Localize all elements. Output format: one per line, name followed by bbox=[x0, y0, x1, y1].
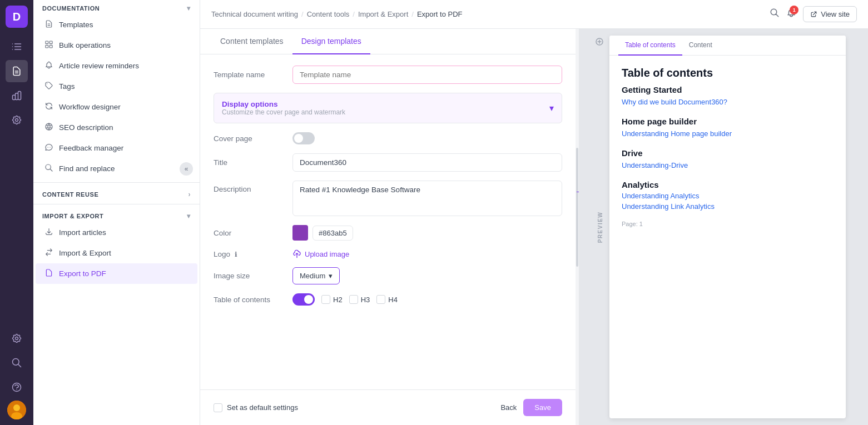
user-avatar[interactable] bbox=[7, 401, 26, 419]
toc-toggle[interactable] bbox=[292, 293, 315, 306]
sidebar-item-findreplace-label: Find and replace bbox=[59, 164, 115, 173]
tab-design-templates[interactable]: Design templates bbox=[292, 29, 370, 54]
form-panel: Content templates Design templates Templ… bbox=[200, 29, 576, 425]
preview-section-3: Analytics Understanding Analytics Unders… bbox=[622, 180, 834, 211]
breadcrumb-item-2[interactable]: Content tools bbox=[307, 10, 350, 18]
preview-link-0[interactable]: Why did we build Document360? bbox=[622, 98, 727, 106]
preview-section-2: Drive Understanding-Drive bbox=[622, 148, 834, 170]
logo-info-icon[interactable]: ℹ bbox=[235, 251, 237, 258]
preview-section-title-3: Analytics bbox=[622, 180, 834, 189]
sidebar-item-findreplace[interactable]: Find and replace « bbox=[36, 158, 197, 179]
back-button[interactable]: Back bbox=[500, 403, 517, 412]
sidebar-item-bulk[interactable]: Bulk operations bbox=[36, 35, 197, 56]
dropdown-chevron: ▾ bbox=[329, 272, 333, 280]
toc-h2-checkbox[interactable] bbox=[321, 295, 330, 304]
color-swatch[interactable] bbox=[292, 225, 308, 241]
toc-h3-checkbox[interactable] bbox=[349, 295, 358, 304]
svg-rect-3 bbox=[46, 41, 48, 44]
sidebar-item-feedback[interactable]: Feedback manager bbox=[36, 138, 197, 158]
color-hex-value[interactable]: #863ab5 bbox=[313, 226, 353, 241]
nav-docs[interactable] bbox=[6, 60, 28, 82]
divider-1 bbox=[33, 182, 200, 183]
nav-help[interactable] bbox=[6, 376, 28, 398]
template-name-input[interactable] bbox=[292, 66, 562, 84]
preview-section-title-1: Home page builder bbox=[622, 117, 834, 126]
color-group: Color #863ab5 bbox=[214, 225, 562, 241]
sidebar-item-import-articles-label: Import articles bbox=[59, 228, 106, 237]
bulk-icon bbox=[44, 40, 53, 51]
notification-count: 1 bbox=[790, 6, 798, 14]
default-settings-checkbox[interactable] bbox=[214, 403, 222, 412]
nav-settings[interactable] bbox=[6, 327, 28, 349]
view-site-button[interactable]: View site bbox=[803, 6, 857, 22]
preview-page-number: Page: 1 bbox=[622, 221, 834, 227]
sidebar-item-review[interactable]: Article review reminders bbox=[36, 56, 197, 76]
sidebar-item-workflow[interactable]: Workflow designer bbox=[36, 97, 197, 117]
tab-content-templates[interactable]: Content templates bbox=[211, 29, 292, 54]
workflow-icon bbox=[44, 102, 53, 112]
preview-zoom-icon[interactable] bbox=[594, 37, 604, 49]
breadcrumb-item-3[interactable]: Import & Export bbox=[358, 10, 408, 18]
nav-tools[interactable] bbox=[6, 109, 28, 131]
sidebar-item-seo-label: SEO description bbox=[59, 123, 113, 132]
sidebar-item-import-articles[interactable]: Import articles bbox=[36, 222, 197, 243]
sidebar-item-export-pdf[interactable]: Export to PDF bbox=[36, 263, 197, 284]
description-input[interactable]: Rated #1 Knowledge Base Software bbox=[292, 181, 562, 216]
import-export-collapse[interactable]: ▾ bbox=[187, 212, 191, 220]
breadcrumb-sep-2: / bbox=[353, 10, 355, 18]
save-button[interactable]: Save bbox=[523, 399, 562, 416]
preview-link-2[interactable]: Understanding-Drive bbox=[622, 161, 688, 169]
notification-bell[interactable]: 1 bbox=[786, 8, 796, 21]
main-area: Technical document writing / Content too… bbox=[200, 0, 868, 425]
content-reuse-collapse[interactable]: › bbox=[188, 191, 191, 198]
image-size-dropdown[interactable]: Medium ▾ bbox=[292, 267, 340, 284]
cover-page-label: Cover page bbox=[214, 134, 286, 143]
preview-main-title: Table of contents bbox=[622, 67, 834, 79]
sidebar-item-seo[interactable]: SEO description bbox=[36, 117, 197, 138]
preview-tab-content[interactable]: Content bbox=[682, 36, 719, 56]
scrollbar-thumb[interactable] bbox=[576, 148, 578, 267]
description-label: Description bbox=[214, 181, 286, 193]
breadcrumb-item-1[interactable]: Technical document writing bbox=[211, 10, 298, 18]
doc-section-collapse[interactable]: ▾ bbox=[187, 4, 191, 12]
nav-analytics[interactable] bbox=[6, 84, 28, 107]
icon-bar: D bbox=[0, 0, 33, 425]
action-buttons: Back Save bbox=[500, 399, 562, 416]
sidebar-item-review-label: Article review reminders bbox=[59, 62, 139, 70]
sidebar-item-templates[interactable]: Templates bbox=[36, 14, 197, 35]
preview-link-3a[interactable]: Understanding Analytics bbox=[622, 192, 834, 200]
logo-label: Logo ℹ bbox=[214, 250, 286, 258]
toc-h4-checkbox[interactable] bbox=[376, 295, 385, 304]
sidebar-item-import-export-label: Import & Export bbox=[59, 249, 111, 257]
nav-library[interactable] bbox=[6, 36, 28, 58]
template-name-label: Template name bbox=[214, 71, 286, 79]
template-name-group: Template name bbox=[214, 66, 562, 84]
sidebar-item-import-export[interactable]: Import & Export bbox=[36, 243, 197, 263]
import-export-title: IMPORT & EXPORT ▾ bbox=[33, 208, 200, 222]
nav-search[interactable] bbox=[6, 352, 28, 374]
title-input[interactable] bbox=[292, 153, 562, 172]
app-logo[interactable]: D bbox=[6, 6, 28, 28]
preview-link-1[interactable]: Understanding Home page builder bbox=[622, 129, 732, 138]
display-options-header[interactable]: Display options Customize the cover page… bbox=[214, 93, 562, 123]
preview-link-3b[interactable]: Understanding Link Analytics bbox=[622, 202, 834, 211]
toc-h3-item: H3 bbox=[349, 295, 370, 304]
sidebar-item-tags[interactable]: Tags bbox=[36, 76, 197, 97]
content-area: Content templates Design templates Templ… bbox=[200, 29, 868, 425]
display-options-chevron: ▾ bbox=[549, 103, 554, 113]
form-content: Template name Display options Customize … bbox=[200, 54, 576, 389]
display-options-title: Display options bbox=[222, 100, 345, 108]
preview-card: Table of contents Content Table of conte… bbox=[609, 36, 846, 418]
cover-page-toggle[interactable] bbox=[292, 132, 315, 144]
preview-content: Table of contents Getting Started Why di… bbox=[609, 56, 846, 418]
breadcrumb-sep-1: / bbox=[301, 10, 304, 18]
sidebar-collapse-btn[interactable]: « bbox=[180, 162, 193, 176]
upload-btn[interactable]: Upload image bbox=[292, 249, 349, 258]
search-icon[interactable] bbox=[770, 8, 780, 21]
tabs: Content templates Design templates bbox=[200, 29, 576, 54]
title-label: Title bbox=[214, 158, 286, 167]
sidebar-item-export-pdf-label: Export to PDF bbox=[59, 269, 106, 278]
preview-tab-toc[interactable]: Table of contents bbox=[618, 36, 682, 56]
toc-group: Table of contents H2 H3 bbox=[214, 293, 562, 306]
preview-section-title-2: Drive bbox=[622, 148, 834, 158]
